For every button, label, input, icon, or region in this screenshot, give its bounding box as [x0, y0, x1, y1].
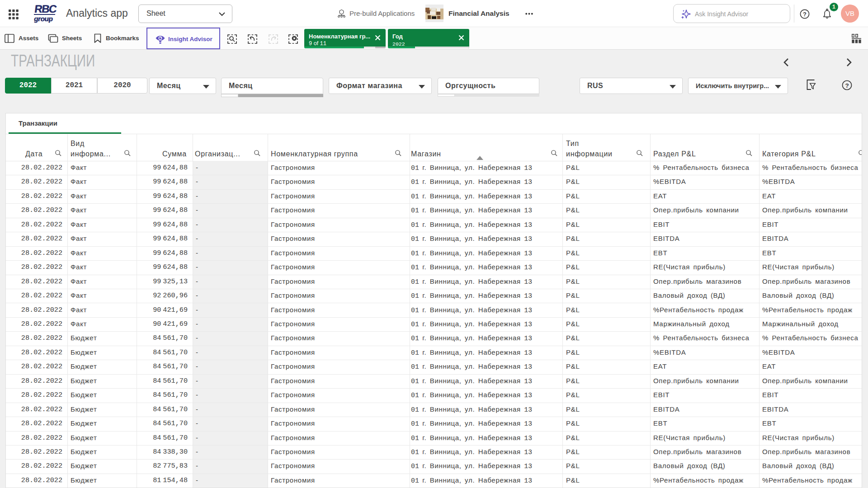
svg-text:?: ?	[803, 11, 807, 18]
svg-text:?: ?	[845, 82, 849, 89]
